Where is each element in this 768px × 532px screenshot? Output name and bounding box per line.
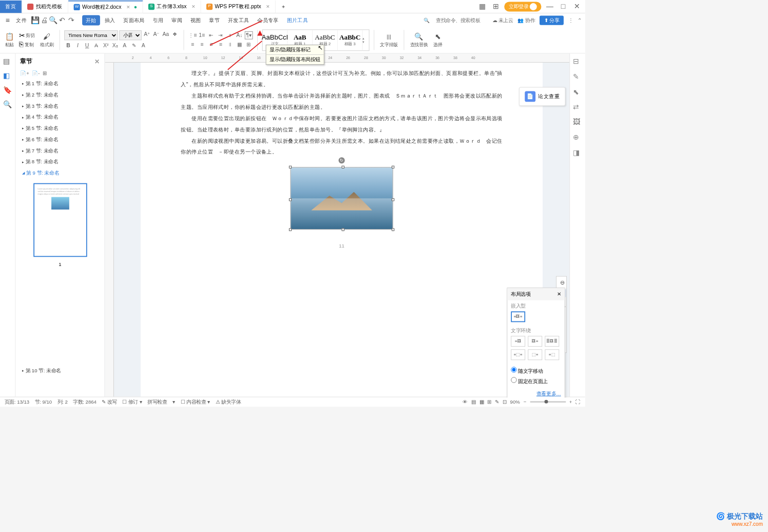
align-center-icon[interactable]: ≡ xyxy=(198,41,206,49)
shading-icon[interactable]: ▦ xyxy=(235,41,243,49)
move-with-text-radio[interactable]: 随文字移动 xyxy=(511,366,561,376)
superscript-icon[interactable]: X² xyxy=(102,42,110,50)
tab-excel[interactable]: S工作簿3.xlsx✕ xyxy=(143,0,201,12)
close-icon[interactable]: ✕ xyxy=(126,5,130,10)
style-up-icon[interactable]: ▴ xyxy=(362,36,369,40)
tab-template[interactable]: 找稻壳模板 xyxy=(22,0,68,12)
paste-button[interactable]: 📋粘贴 xyxy=(4,32,15,48)
add-chapter-icon[interactable]: 📄+ xyxy=(20,70,29,76)
zoom-in-icon[interactable]: + xyxy=(569,399,572,404)
close-window-icon[interactable]: ✕ xyxy=(572,2,582,11)
menu-icon[interactable]: ≡ xyxy=(4,16,12,24)
maximize-icon[interactable]: □ xyxy=(559,2,568,11)
chapter-item[interactable]: ▸第 4 节: 未命名 xyxy=(15,112,104,123)
chapter-item[interactable]: ▸第 8 节: 未命名 xyxy=(15,157,104,168)
zoom-out-icon[interactable]: − xyxy=(524,399,527,404)
tab-word-doc[interactable]: WWord教程2.docx✕● xyxy=(68,0,143,12)
image-selection[interactable]: ↻ xyxy=(291,167,393,230)
grid-icon[interactable]: ▦ xyxy=(477,2,487,11)
highlight-icon[interactable]: ✎ xyxy=(130,42,138,50)
outline-icon[interactable]: ▤ xyxy=(3,57,12,66)
tab-insert[interactable]: 插入 xyxy=(101,15,119,25)
view-read-icon[interactable]: ✎ xyxy=(495,399,499,405)
numbering-icon[interactable]: 1≡ xyxy=(198,31,206,40)
close-icon[interactable]: ✕ xyxy=(191,4,195,9)
layout-top-icon[interactable]: ≡⬚≡ xyxy=(511,349,525,360)
share-button[interactable]: ⬆ 分享 xyxy=(540,15,564,25)
chapter-nav-icon[interactable]: ◧ xyxy=(3,71,12,80)
format-painter-button[interactable]: 🖌格式刷 xyxy=(39,32,55,48)
bold-icon[interactable]: B xyxy=(64,42,72,50)
revision-status[interactable]: ☐ 修订 ▾ xyxy=(122,398,142,405)
globe-icon[interactable]: ⊕ xyxy=(573,133,582,142)
toolbox-icon[interactable]: ⊟ xyxy=(573,57,582,66)
vertical-ruler[interactable] xyxy=(105,63,113,397)
tab-image-tools[interactable]: 图片工具 xyxy=(283,15,312,25)
cloud-icon[interactable]: ☁ 未上云 xyxy=(492,17,513,24)
tab-view[interactable]: 视图 xyxy=(187,15,205,25)
view-web-icon[interactable]: ▦ xyxy=(479,399,484,405)
preview-icon[interactable]: 🔍 xyxy=(49,16,57,24)
italic-icon[interactable]: I xyxy=(74,42,82,50)
zoom-value[interactable]: 90% xyxy=(510,399,520,404)
fixed-position-radio[interactable]: 固定在页面上 xyxy=(511,376,561,386)
chapter-item[interactable]: ▸第 3 节: 未命名 xyxy=(15,101,104,112)
tab-ppt[interactable]: PWPS PPT教程.pptx✕ xyxy=(201,0,275,12)
bullets-icon[interactable]: ⋮≡ xyxy=(188,31,197,40)
page-status[interactable]: 页面: 13/13 xyxy=(5,398,29,405)
print-icon[interactable]: 🖨 xyxy=(40,16,48,24)
chapter-item[interactable]: ▸第 7 节: 未命名 xyxy=(15,145,104,157)
image-side-icon[interactable]: 🖼 xyxy=(573,118,582,127)
font-size-select[interactable]: 小四 xyxy=(119,30,142,40)
text-layout-button[interactable]: ⫼文字排版 xyxy=(379,32,399,48)
zoom-fit-icon[interactable]: ⊡ xyxy=(503,399,507,405)
tab-chapter[interactable]: 章节 xyxy=(205,15,223,25)
close-icon[interactable]: ✕ xyxy=(266,4,270,9)
content-check[interactable]: ☐ 内容检查 ▾ xyxy=(181,398,210,405)
chapter-item-active[interactable]: ◢第 9 节: 未命名 xyxy=(15,167,104,179)
chapter-item[interactable]: ▸第 2 节: 未命名 xyxy=(15,89,104,101)
see-more-link[interactable]: 查看更多… xyxy=(507,389,564,397)
page-thumbnail[interactable]: Lorem ipsum dolor sit amet consectetur a… xyxy=(33,183,87,257)
tab-devtools[interactable]: 开发工具 xyxy=(224,15,253,25)
select-button[interactable]: ⬉选择 xyxy=(432,32,444,48)
layout-tight-icon[interactable]: 🖼≡ xyxy=(528,336,542,347)
distribute-icon[interactable]: ⫴ xyxy=(226,41,234,49)
chapter-item[interactable]: ▸第 5 节: 未命名 xyxy=(15,123,104,134)
pen-icon[interactable]: ✎ xyxy=(573,72,582,81)
redo-icon[interactable]: ↷ xyxy=(67,16,75,24)
chapter-setting-icon[interactable]: ⊞ xyxy=(43,70,47,76)
search-side-icon[interactable]: 🔍 xyxy=(3,100,12,109)
new-tab-button[interactable]: ＋ xyxy=(276,0,292,12)
view-outline-icon[interactable]: ⊞ xyxy=(487,399,491,405)
chevron-up-icon[interactable]: ⌃ xyxy=(578,17,582,23)
style-h3[interactable]: AaBbC标题 3 xyxy=(338,30,363,50)
file-menu[interactable]: 文件 xyxy=(12,15,30,25)
increase-font-icon[interactable]: A⁺ xyxy=(143,30,151,39)
view-print-icon[interactable]: ▤ xyxy=(471,399,476,405)
del-chapter-icon[interactable]: 📄- xyxy=(32,70,40,76)
decrease-font-icon[interactable]: A⁻ xyxy=(152,30,161,39)
rotate-handle-icon[interactable]: ↻ xyxy=(338,157,344,163)
minus-icon[interactable]: ⊖ xyxy=(559,278,567,287)
chapter-item[interactable]: ▸第 1 节: 未命名 xyxy=(15,78,104,89)
undo-icon[interactable]: ↶ xyxy=(58,16,66,24)
chapter-item[interactable]: ▸第 6 节: 未命名 xyxy=(15,134,104,145)
layout-behind-icon[interactable]: ⬚≡ xyxy=(528,349,542,360)
layout-inline-icon[interactable]: ≡🖼≡ xyxy=(511,311,525,322)
spell-check[interactable]: 拼写检查 xyxy=(147,398,167,405)
login-button[interactable]: 立即登录 xyxy=(504,2,541,11)
chapter-item[interactable]: ▸第 10 节: 未命名 xyxy=(15,365,104,376)
font-name-select[interactable]: Times New Roma xyxy=(64,30,118,40)
eye-icon[interactable]: 👁 xyxy=(463,399,468,404)
find-replace-button[interactable]: 🔍查找替换 xyxy=(409,32,429,48)
bookmark-icon[interactable]: 🔖 xyxy=(3,86,12,94)
fullscreen-icon[interactable]: ⛶ xyxy=(575,399,581,404)
case-icon[interactable]: Aa xyxy=(162,30,170,39)
clear-format-icon[interactable]: ❖ xyxy=(171,30,179,39)
save-icon[interactable]: 💾 xyxy=(31,16,40,24)
minimize-icon[interactable]: — xyxy=(545,2,554,11)
align-left-icon[interactable]: ≡ xyxy=(188,41,197,49)
layout-through-icon[interactable]: ≣🖼≣ xyxy=(545,336,559,347)
missing-font[interactable]: ⚠ 缺失字体 xyxy=(216,398,241,405)
